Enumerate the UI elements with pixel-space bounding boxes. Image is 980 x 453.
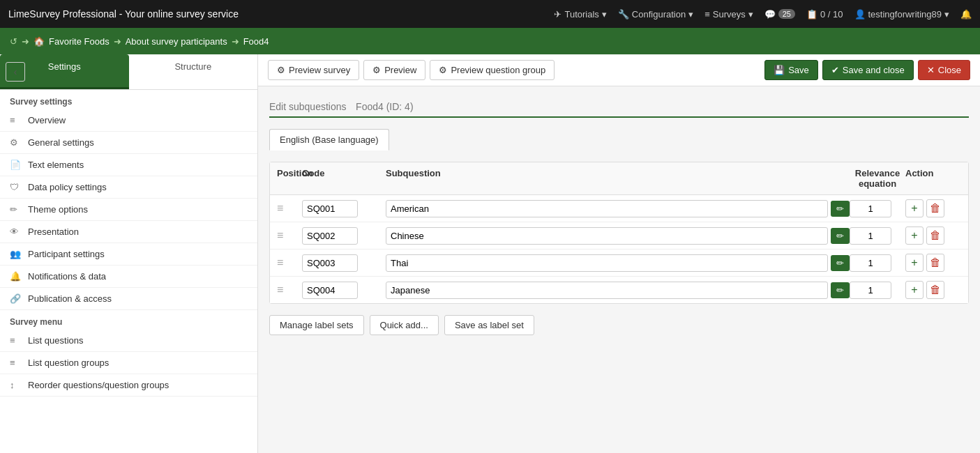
configuration-menu[interactable]: 🔧 Configuration ▾: [618, 9, 693, 20]
table-row: ≡ ✏ + 🗑: [270, 195, 968, 222]
code-input-1[interactable]: [302, 200, 358, 217]
page-title: Edit subquestions Food4 (ID: 4): [269, 98, 969, 114]
tutorials-menu[interactable]: ✈ Tutorials ▾: [554, 9, 606, 20]
save-button[interactable]: 💾 Save: [764, 60, 818, 80]
surveys-menu[interactable]: ≡ Surveys ▾: [704, 9, 753, 20]
save-as-label-set-button[interactable]: Save as label set: [444, 315, 534, 335]
sidebar-item-list-question-groups[interactable]: ≡ List question groups: [0, 352, 257, 374]
sidebar-item-label: Data policy settings: [28, 182, 107, 192]
content-area: ⚙ Preview survey ⚙ Preview ⚙ Preview que…: [258, 54, 980, 453]
drag-handle-2[interactable]: ≡: [277, 229, 302, 242]
top-navigation: LimeSurvey Professional - Your online su…: [0, 0, 980, 28]
relevance-input-3[interactable]: [850, 254, 891, 272]
tutorials-icon: ✈: [554, 9, 561, 20]
sidebar-item-label: Theme options: [28, 204, 88, 215]
add-row-button-2[interactable]: +: [905, 227, 924, 245]
notification-bell-icon[interactable]: 🔔: [960, 9, 972, 20]
document-icon: 📄: [10, 160, 21, 170]
sidebar-item-data-policy[interactable]: 🛡 Data policy settings: [0, 176, 257, 199]
sidebar-item-theme-options[interactable]: ✏ Theme options: [0, 199, 257, 221]
link-icon: 🔗: [10, 293, 21, 304]
settings-icon2: ⚙: [439, 65, 447, 75]
code-input-2[interactable]: [302, 227, 358, 245]
manage-label-sets-button[interactable]: Manage label sets: [269, 315, 364, 335]
configuration-chevron-icon: ▾: [688, 9, 693, 20]
shield-icon: 🛡: [10, 182, 21, 192]
quick-add-button[interactable]: Quick add...: [370, 315, 439, 335]
edit-button-3[interactable]: ✏: [831, 255, 850, 271]
bell-icon: 🔔: [10, 271, 21, 282]
save-icon: 💾: [774, 65, 785, 75]
sidebar-item-label: Text elements: [28, 160, 84, 170]
paint-icon: ✏: [10, 204, 21, 215]
breadcrumb: ↺ ➜ 🏠 Favorite Foods ➜ About survey part…: [0, 28, 980, 54]
delete-row-button-4[interactable]: 🗑: [926, 281, 944, 299]
delete-row-button-1[interactable]: 🗑: [926, 199, 944, 217]
sidebar-back-button[interactable]: ‹: [6, 62, 25, 82]
sidebar-resize-handle[interactable]: ⋮: [253, 240, 257, 254]
relevance-input-2[interactable]: [850, 227, 891, 245]
subquestion-input-4[interactable]: [386, 282, 828, 299]
action-btns-3: + 🗑: [905, 254, 961, 272]
edit-button-2[interactable]: ✏: [831, 228, 850, 244]
add-row-button-4[interactable]: +: [905, 281, 924, 299]
sidebar-item-label: List questions: [28, 335, 84, 346]
breadcrumb-item-1[interactable]: About survey participants: [126, 36, 227, 47]
breadcrumb-item-home[interactable]: Favorite Foods: [49, 36, 110, 47]
surveys-chevron-icon: ▾: [748, 9, 753, 20]
relevance-input-4[interactable]: [850, 282, 891, 299]
add-row-button-1[interactable]: +: [905, 199, 924, 217]
breadcrumb-sep-3: ➜: [232, 36, 239, 47]
tab-english[interactable]: English (Base language): [269, 129, 389, 151]
sidebar-item-label: Reorder questions/question groups: [28, 380, 169, 390]
edit-button-4[interactable]: ✏: [831, 282, 850, 298]
subquestion-input-1[interactable]: [386, 200, 828, 217]
sidebar-item-list-questions[interactable]: ≡ List questions: [0, 330, 257, 352]
sidebar-item-presentation[interactable]: 👁 Presentation: [0, 221, 257, 243]
home-icon: ↺: [10, 36, 17, 47]
preview-button[interactable]: ⚙ Preview: [363, 60, 425, 80]
col-action: Action: [905, 168, 961, 189]
survey-menu-title: Survey menu: [0, 310, 257, 330]
close-button[interactable]: ✕ Close: [918, 60, 970, 80]
breadcrumb-sep-1: ➜: [22, 36, 29, 47]
preview-survey-button[interactable]: ⚙ Preview survey: [268, 60, 359, 80]
toolbar: ⚙ Preview survey ⚙ Preview ⚙ Preview que…: [258, 54, 980, 86]
reorder-icon: ↕: [10, 380, 21, 390]
messages-badge[interactable]: 💬 25: [764, 9, 795, 20]
relevance-input-1[interactable]: [850, 200, 891, 217]
subquestion-input-3[interactable]: [386, 254, 828, 272]
sidebar-item-text-elements[interactable]: 📄 Text elements: [0, 154, 257, 176]
eye-icon: 👁: [10, 227, 21, 237]
close-icon: ✕: [927, 65, 935, 75]
user-menu[interactable]: 👤 testingforwriting89 ▾: [854, 9, 950, 20]
sidebar-item-overview[interactable]: ≡ Overview: [0, 109, 257, 132]
code-input-3[interactable]: [302, 254, 358, 272]
sidebar-item-label: Overview: [28, 115, 66, 125]
action-btns-4: + 🗑: [905, 281, 961, 299]
tab-structure[interactable]: Structure: [129, 54, 258, 89]
col-subquestion: Subquestion: [386, 168, 850, 189]
sidebar-item-reorder[interactable]: ↕ Reorder questions/question groups: [0, 374, 257, 397]
drag-handle-3[interactable]: ≡: [277, 256, 302, 269]
edit-button-1[interactable]: ✏: [831, 201, 850, 217]
sidebar-item-notifications[interactable]: 🔔 Notifications & data: [0, 266, 257, 288]
page-content: Edit subquestions Food4 (ID: 4) English …: [258, 86, 980, 346]
sidebar-item-publication-access[interactable]: 🔗 Publication & access: [0, 288, 257, 310]
sidebar-item-general-settings[interactable]: ⚙ General settings: [0, 132, 257, 154]
delete-row-button-3[interactable]: 🗑: [926, 254, 944, 272]
drag-handle-4[interactable]: ≡: [277, 284, 302, 296]
add-row-button-3[interactable]: +: [905, 254, 924, 272]
table-row: ≡ ✏ + 🗑: [270, 222, 968, 249]
delete-row-button-2[interactable]: 🗑: [926, 227, 944, 245]
configuration-icon: 🔧: [618, 9, 629, 20]
sidebar: ‹ Settings Structure Survey settings ≡ O…: [0, 54, 258, 453]
save-and-close-button[interactable]: ✔ Save and close: [822, 60, 914, 80]
code-input-4[interactable]: [302, 282, 358, 299]
subquestion-input-2[interactable]: [386, 227, 828, 245]
list-groups-icon: ≡: [10, 358, 21, 368]
drag-handle-1[interactable]: ≡: [277, 202, 302, 215]
sidebar-item-participant-settings[interactable]: 👥 Participant settings: [0, 243, 257, 266]
preview-question-group-button[interactable]: ⚙ Preview question group: [430, 60, 555, 80]
user-chevron-icon: ▾: [944, 9, 949, 20]
